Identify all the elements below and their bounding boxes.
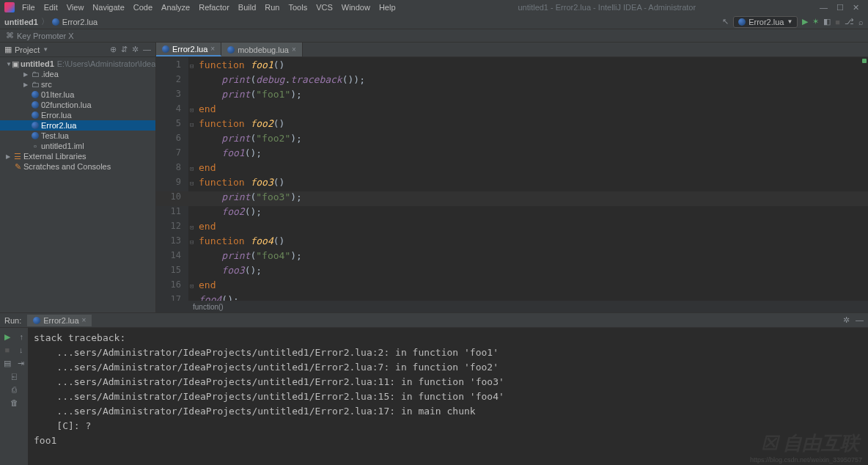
fold-end-icon[interactable]: ⊡	[190, 224, 194, 231]
menu-vcs[interactable]: VCS	[312, 1, 337, 13]
code-line[interactable]: print("foo1");	[188, 89, 868, 103]
git-icon[interactable]: ⎇	[845, 17, 854, 26]
lua-icon	[738, 18, 746, 26]
maximize-icon[interactable]: ☐	[836, 3, 844, 12]
rerun-button[interactable]: ▶	[4, 332, 10, 342]
build-hammer-icon[interactable]: ↖	[722, 17, 729, 26]
hide-icon[interactable]: —	[143, 45, 151, 54]
menu-build[interactable]: Build	[234, 1, 260, 13]
code-line[interactable]: ⊟function foo1()	[188, 59, 868, 74]
menu-file[interactable]: File	[18, 1, 40, 13]
code-line[interactable]: foo1();	[188, 147, 868, 162]
code-area[interactable]: ⊟function foo1() print(debug.traceback()…	[188, 57, 868, 301]
collapse-all-icon[interactable]: ⇵	[121, 45, 128, 54]
editor-tab[interactable]: mobdebug.lua×	[221, 43, 303, 56]
external-libraries[interactable]: ▶ ☰ External Libraries	[0, 151, 155, 161]
code-line[interactable]: ⊟function foo3()	[188, 177, 868, 191]
tree-item[interactable]: 01Iter.lua	[0, 89, 155, 100]
fold-start-icon[interactable]: ⊟	[190, 180, 194, 187]
caret-down-icon[interactable]: ▼	[6, 61, 12, 67]
code-line[interactable]: ⊟function foo2()	[188, 118, 868, 133]
wrap-icon[interactable]: ⇥	[18, 359, 24, 368]
close-icon[interactable]: ×	[210, 45, 215, 53]
down-icon[interactable]: ↓	[19, 345, 23, 354]
menu-window[interactable]: Window	[337, 1, 375, 13]
caret-right-icon[interactable]: ▶	[6, 153, 13, 160]
code-line[interactable]: ⊟function foo4()	[188, 235, 868, 250]
run-button[interactable]: ▶	[802, 17, 808, 26]
gear-icon[interactable]: ✲	[132, 45, 139, 54]
code-line[interactable]: foo2();	[188, 206, 868, 221]
fold-start-icon[interactable]: ⊟	[190, 238, 194, 246]
trash-icon[interactable]: 🗑	[10, 398, 18, 407]
tree-item[interactable]: ▶🗀src	[0, 79, 155, 89]
chevron-down-icon[interactable]: ▼	[43, 46, 48, 53]
menu-help[interactable]: Help	[375, 1, 400, 13]
menu-tools[interactable]: Tools	[284, 1, 312, 13]
breadcrumb-project[interactable]: untitled1	[4, 18, 38, 26]
console-output[interactable]: stack traceback: ...sers/Administrator/I…	[28, 328, 868, 465]
code-line[interactable]: print("foo4");	[188, 250, 868, 265]
select-opened-file-icon[interactable]: ⊕	[110, 45, 117, 54]
fold-start-icon[interactable]: ⊟	[190, 121, 194, 128]
menu-run[interactable]: Run	[260, 1, 284, 13]
code-line[interactable]: ⊡end	[188, 103, 868, 118]
editor-body[interactable]: 1234567891011121314151617 ⊟function foo1…	[156, 57, 868, 301]
caret-right-icon[interactable]: ▶	[23, 81, 31, 88]
tree-label: Test.lua	[41, 131, 69, 140]
menu-view[interactable]: View	[62, 1, 89, 13]
run-session-tab[interactable]: Error2.lua ×	[27, 315, 92, 326]
tool-window-stripe[interactable]: ⌘ Key Promoter X	[0, 29, 868, 43]
scratches-node[interactable]: ✎ Scratches and Consoles	[0, 161, 155, 172]
tree-item[interactable]: Test.lua	[0, 131, 155, 141]
tree-item[interactable]: 02function.lua	[0, 100, 155, 110]
stop-button[interactable]: ■	[4, 345, 10, 354]
code-line[interactable]: foo3();	[188, 265, 868, 279]
up-icon[interactable]: ↑	[19, 332, 23, 341]
lua-icon	[31, 122, 40, 129]
tree-root[interactable]: ▼ ▣ untitled1 E:\Users\Administrator\Ide…	[0, 59, 155, 69]
menu-navigate[interactable]: Navigate	[88, 1, 128, 13]
run-coverage-icon[interactable]: ◧	[823, 17, 831, 26]
code-line[interactable]: print("foo3");	[188, 191, 868, 206]
layout-icon[interactable]: ▤	[4, 359, 11, 368]
code-line[interactable]: ⊡end	[188, 279, 868, 294]
tree-item[interactable]: ▫untitled1.iml	[0, 141, 155, 151]
export-icon[interactable]: ⍇	[12, 372, 17, 381]
fold-end-icon[interactable]: ⊡	[190, 165, 194, 172]
run-config-selector[interactable]: Error2.lua ▼	[733, 16, 798, 28]
menu-code[interactable]: Code	[129, 1, 157, 13]
close-icon[interactable]: ×	[292, 45, 296, 54]
code-line[interactable]: ⊡end	[188, 221, 868, 235]
caret-right-icon[interactable]: ▶	[23, 71, 31, 78]
print-icon[interactable]: ⎙	[12, 385, 17, 394]
tree-item[interactable]: ▶🗀.idea	[0, 69, 155, 79]
minimize-icon[interactable]: —	[820, 3, 828, 12]
hide-icon[interactable]: —	[856, 315, 864, 325]
editor-breadcrumb[interactable]: function()	[156, 301, 868, 312]
editor-gutter[interactable]: 1234567891011121314151617	[156, 57, 188, 301]
menu-edit[interactable]: Edit	[40, 1, 62, 13]
debug-button[interactable]: ✶	[812, 17, 819, 26]
stop-button[interactable]: ■	[835, 18, 840, 26]
gear-icon[interactable]: ✲	[843, 315, 850, 325]
fold-end-icon[interactable]: ⊡	[190, 106, 194, 114]
code-line[interactable]: ⊡end	[188, 162, 868, 177]
code-line[interactable]: print("foo2");	[188, 133, 868, 147]
fold-end-icon[interactable]: ⊡	[190, 282, 194, 290]
menu-analyze[interactable]: Analyze	[157, 1, 194, 13]
code-line[interactable]: print(debug.traceback());	[188, 74, 868, 89]
fold-start-icon[interactable]: ⊟	[190, 62, 194, 70]
code-line[interactable]: foo4();	[188, 294, 868, 301]
breadcrumb-file[interactable]: Error2.lua	[62, 18, 98, 26]
project-tree[interactable]: ▼ ▣ untitled1 E:\Users\Administrator\Ide…	[0, 57, 155, 312]
close-icon[interactable]: ×	[82, 316, 87, 324]
tree-item[interactable]: Error.lua	[0, 110, 155, 120]
project-label[interactable]: Project	[15, 45, 40, 54]
menu-refactor[interactable]: Refactor	[194, 1, 234, 13]
close-icon[interactable]: ✕	[853, 3, 859, 12]
editor-tab[interactable]: Error2.lua×	[156, 43, 221, 56]
lua-icon	[31, 101, 40, 109]
search-icon[interactable]: ⌕	[858, 18, 864, 26]
tree-item[interactable]: Error2.lua	[0, 120, 155, 131]
